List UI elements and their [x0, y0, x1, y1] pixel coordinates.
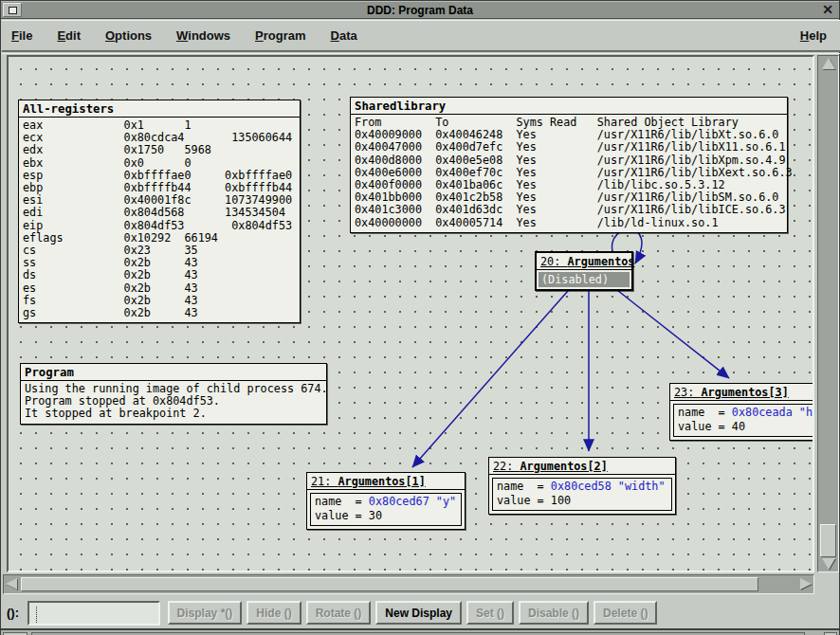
register-row: gs 0x2b 43: [23, 307, 296, 319]
display-node-20[interactable]: 20: Argumentos (Disabled): [535, 251, 633, 291]
program-box[interactable]: Program Using the running image of child…: [20, 363, 327, 425]
close-icon[interactable]: ✕: [818, 3, 837, 18]
menu-program[interactable]: Program: [255, 28, 305, 43]
scroll-up-icon[interactable]: [822, 58, 835, 69]
pointer-value: 0x80ced58 "width": [551, 480, 666, 493]
horizontal-scrollbar-thumb[interactable]: [21, 577, 758, 591]
menu-help[interactable]: Help: [800, 28, 827, 43]
ddd-program-data-window: DDD: Program Data ✕ File Edit Options Wi…: [0, 0, 840, 635]
bottom-status-strip: [1, 628, 839, 635]
node22-value-row: value = 100: [497, 494, 667, 508]
node21-value-row: value = 30: [315, 509, 457, 523]
window-menu-icon: [9, 7, 17, 14]
display-button[interactable]: Display *(): [168, 601, 243, 625]
register-row: es 0x2b 43: [23, 282, 296, 295]
register-row: ds 0x2b 43: [23, 269, 296, 281]
scroll-left-icon[interactable]: [6, 578, 17, 590]
menubar-separator: [2, 51, 840, 54]
menubar: File Edit Options Windows Program Data H…: [2, 20, 840, 51]
node23-name-row: name = 0x80ceada "h: [678, 406, 814, 420]
pointer-value: 0x80ceada "h: [732, 406, 813, 419]
vertical-scrollbar[interactable]: [817, 55, 839, 572]
command-row: (): Display *() Hide () Rotate () New Di…: [1, 597, 839, 628]
arrow-to-node21: [412, 283, 575, 467]
arrow-to-node23: [609, 283, 729, 378]
node23-value-row: value = 40: [678, 420, 814, 434]
display-node-23[interactable]: 23: Argumentos[3] name = 0x80ceada "h va…: [669, 383, 814, 441]
node22-title: 22: Argumentos[2]: [489, 458, 675, 475]
sharedlibrary-row: 0x400d8000 0x400e5e08 Yes /usr/X11R6/lib…: [355, 154, 783, 167]
node21-values: name = 0x80ced67 "y" value = 30: [310, 493, 462, 526]
display-node-22[interactable]: 22: Argumentos[2] name = 0x80ced58 "widt…: [488, 457, 676, 515]
data-display-canvas[interactable]: All-registers eax 0x1 1 ecx 0x80cdca4 13…: [7, 55, 814, 572]
node23-title: 23: Argumentos[3]: [670, 384, 814, 401]
sharedlibrary-row: 0x40047000 0x400d7efc Yes /usr/X11R6/lib…: [355, 141, 783, 154]
hide-button[interactable]: Hide (): [247, 601, 301, 625]
all-registers-box[interactable]: All-registers eax 0x1 1 ecx 0x80cdca4 13…: [18, 100, 301, 323]
sharedlibrary-row: 0x40000000 0x40005714 Yes /lib/ld-linux.…: [355, 217, 783, 229]
register-row: eip 0x804df53 0x804df53: [23, 220, 296, 232]
node20-disabled-badge: (Disabled): [539, 272, 630, 287]
scroll-right-icon[interactable]: [800, 578, 812, 590]
node22-values: name = 0x80ced58 "width" value = 100: [492, 478, 672, 511]
scroll-down-icon[interactable]: [822, 558, 835, 570]
sharedlibrary-title: Sharedlibrary: [351, 98, 787, 115]
horizontal-scrollbar[interactable]: [3, 574, 814, 594]
vertical-scrollbar-thumb[interactable]: [820, 524, 836, 557]
titlebar: DDD: Program Data ✕: [1, 1, 839, 19]
rotate-button[interactable]: Rotate (): [306, 601, 372, 625]
program-line: It stopped at breakpoint 2.: [25, 408, 322, 420]
node22-name-row: name = 0x80ced58 "width": [497, 480, 667, 494]
node21-name-row: name = 0x80ced67 "y": [315, 495, 457, 509]
register-row: edx 0x1750 5968: [23, 144, 296, 156]
disable-button[interactable]: Disable (): [519, 601, 589, 625]
argument-prompt: ():: [7, 606, 23, 620]
node23-values: name = 0x80ceada "h value = 40: [673, 404, 814, 437]
node20-title: 20: Argumentos: [537, 253, 631, 270]
register-row: ebx 0x0 0: [23, 157, 296, 170]
menu-edit[interactable]: Edit: [57, 28, 81, 43]
display-node-21[interactable]: 21: Argumentos[1] name = 0x80ced67 "y" v…: [306, 472, 466, 530]
sharedlibrary-box[interactable]: Sharedlibrary From To Syms Read Shared O…: [350, 97, 788, 233]
node21-title: 21: Argumentos[1]: [307, 473, 465, 490]
menu-data[interactable]: Data: [331, 28, 357, 43]
menu-options[interactable]: Options: [105, 28, 152, 43]
argument-input[interactable]: [27, 601, 160, 626]
new-display-button[interactable]: New Display: [375, 601, 462, 625]
menu-file[interactable]: File: [11, 28, 32, 43]
all-registers-title: All-registers: [19, 100, 300, 118]
pointer-value: 0x80ced67 "y": [369, 495, 456, 508]
menu-windows[interactable]: Windows: [176, 28, 230, 43]
window-menu-button[interactable]: [3, 3, 22, 17]
sharedlibrary-row: 0x401c3000 0x401d63dc Yes /usr/X11R6/lib…: [355, 204, 783, 216]
delete-button[interactable]: Delete (): [593, 601, 657, 625]
set-button[interactable]: Set (): [466, 601, 514, 625]
text-caret: [36, 607, 37, 623]
program-title: Program: [21, 364, 326, 381]
register-row: edi 0x804d568 134534504: [23, 207, 296, 219]
window-title: DDD: Program Data: [22, 4, 818, 17]
